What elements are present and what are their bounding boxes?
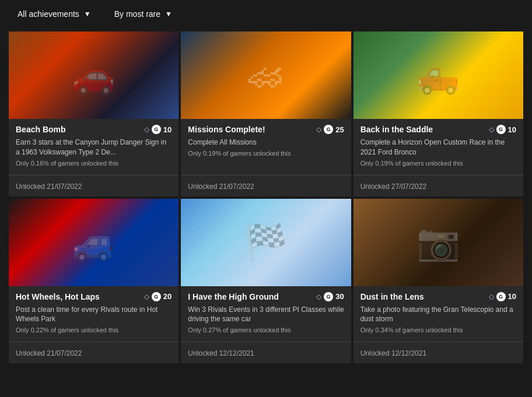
achievement-card-dust-in-lens[interactable]: 📷 Dust in the Lens ◇ G 10 Take a photo f… [354, 199, 523, 364]
gamerscore-icon-missions-complete: G [324, 125, 333, 134]
achievement-score-back-in-saddle: ◇ G 10 [489, 125, 516, 134]
achievement-card-hot-wheels-hot-laps[interactable]: 🚙 Hot Wheels, Hot Laps ◇ G 20 Post a cle… [9, 199, 178, 364]
achievement-title-back-in-saddle: Back in the Saddle [360, 125, 433, 134]
gamerscore-icon-hot-wheels-hot-laps: G [152, 292, 161, 301]
score-number-high-ground: 30 [335, 292, 344, 301]
achievement-header-back-in-saddle: Back in the Saddle ◇ G 10 [360, 125, 516, 134]
achievement-rarity-hot-wheels-hot-laps: Only 0.22% of gamers unlocked this [16, 326, 172, 333]
achievement-rarity-missions-complete: Only 0.19% of gamers unlocked this [188, 150, 344, 157]
achievement-desc-high-ground: Win 3 Rivals Events in 3 different PI Cl… [188, 305, 344, 325]
achievement-rarity-beach-bomb: Only 0.16% of gamers unlocked this [16, 160, 172, 167]
gamerscore-icon-dust-in-lens: G [496, 292, 506, 301]
score-number-hot-wheels-hot-laps: 20 [163, 292, 172, 301]
achievement-divider-beach-bomb [9, 175, 178, 175]
toolbar: All achievements ▼ By most rare ▼ [9, 6, 523, 22]
achievement-card-beach-bomb[interactable]: 🚗 Beach Bomb ◇ G 10 Earn 3 stars at the … [9, 31, 178, 196]
achievement-image-high-ground: 🏁 [181, 199, 351, 286]
achievement-score-high-ground: ◇ G 30 [316, 292, 344, 301]
score-number-back-in-saddle: 10 [508, 125, 516, 134]
achievement-title-beach-bomb: Beach Bomb [16, 125, 66, 134]
gamerscore-icon-beach-bomb: G [152, 125, 161, 134]
achievement-unlocked-beach-bomb: Unlocked 21/07/2022 [9, 179, 178, 196]
score-number-missions-complete: 25 [335, 125, 344, 134]
achievement-desc-back-in-saddle: Complete a Horizon Open Custom Race in t… [360, 138, 516, 157]
achievement-rarity-high-ground: Only 0.27% of gamers unlocked this [188, 326, 344, 333]
achievement-unlocked-back-in-saddle: Unlocked 27/07/2022 [354, 179, 523, 196]
diamond-icon-missions-complete: ◇ [316, 125, 321, 133]
achievement-card-high-ground[interactable]: 🏁 I Have the High Ground ◇ G 30 Win 3 Ri… [181, 199, 351, 364]
achievement-header-beach-bomb: Beach Bomb ◇ G 10 [16, 125, 172, 134]
score-number-beach-bomb: 10 [163, 125, 172, 134]
achievement-unlocked-high-ground: Unlocked 12/12/2021 [181, 346, 351, 363]
score-number-dust-in-lens: 10 [508, 292, 516, 301]
diamond-icon-hot-wheels-hot-laps: ◇ [144, 293, 149, 301]
achievement-body-missions-complete: Missions Complete! ◇ G 25 Complete All M… [181, 119, 351, 171]
gamerscore-icon-high-ground: G [324, 292, 333, 301]
diamond-icon-dust-in-lens: ◇ [489, 293, 494, 301]
achievement-body-beach-bomb: Beach Bomb ◇ G 10 Earn 3 stars at the Ca… [9, 119, 178, 171]
achievement-desc-beach-bomb: Earn 3 stars at the Canyon Jump Danger S… [16, 138, 172, 157]
sort-chevron-icon: ▼ [165, 10, 172, 18]
achievement-image-dust-in-lens: 📷 [354, 199, 523, 286]
achievement-title-dust-in-lens: Dust in the Lens [360, 292, 424, 301]
diamond-icon-back-in-saddle: ◇ [489, 125, 494, 133]
achievement-divider-hot-wheels-hot-laps [9, 342, 178, 342]
achievement-header-missions-complete: Missions Complete! ◇ G 25 [188, 125, 344, 134]
achievement-header-high-ground: I Have the High Ground ◇ G 30 [188, 292, 344, 301]
achievement-unlocked-dust-in-lens: Unlocked 12/12/2021 [354, 346, 523, 363]
achievement-image-icon-beach-bomb: 🚗 [9, 31, 178, 119]
achievement-unlocked-missions-complete: Unlocked 21/07/2022 [181, 179, 351, 196]
achievement-title-hot-wheels-hot-laps: Hot Wheels, Hot Laps [16, 292, 100, 301]
achievement-score-beach-bomb: ◇ G 10 [144, 125, 172, 134]
achievement-score-dust-in-lens: ◇ G 10 [489, 292, 516, 301]
filter-dropdown[interactable]: All achievements ▼ [12, 6, 97, 22]
achievement-score-missions-complete: ◇ G 25 [316, 125, 344, 134]
achievement-image-icon-missions-complete: 🏎 [181, 31, 351, 119]
achievement-unlocked-hot-wheels-hot-laps: Unlocked 21/07/2022 [9, 346, 178, 363]
achievement-image-icon-high-ground: 🏁 [181, 199, 351, 286]
achievement-card-back-in-saddle[interactable]: 🛻 Back in the Saddle ◇ G 10 Complete a H… [354, 31, 523, 196]
achievement-card-missions-complete[interactable]: 🏎 Missions Complete! ◇ G 25 Complete All… [181, 31, 351, 196]
achievement-image-icon-dust-in-lens: 📷 [354, 199, 523, 286]
achievement-title-missions-complete: Missions Complete! [188, 125, 265, 134]
achievement-divider-missions-complete [181, 175, 351, 175]
achievement-header-hot-wheels-hot-laps: Hot Wheels, Hot Laps ◇ G 20 [16, 292, 172, 301]
achievement-score-hot-wheels-hot-laps: ◇ G 20 [144, 292, 172, 301]
achievement-body-dust-in-lens: Dust in the Lens ◇ G 10 Take a photo fea… [354, 286, 523, 339]
achievement-image-hot-wheels-hot-laps: 🚙 [9, 199, 178, 286]
gamerscore-icon-back-in-saddle: G [496, 125, 506, 134]
achievement-divider-dust-in-lens [354, 342, 523, 342]
achievement-body-hot-wheels-hot-laps: Hot Wheels, Hot Laps ◇ G 20 Post a clean… [9, 286, 178, 339]
achievement-image-beach-bomb: 🚗 [9, 31, 178, 119]
achievement-image-back-in-saddle: 🛻 [354, 31, 523, 119]
achievement-body-high-ground: I Have the High Ground ◇ G 30 Win 3 Riva… [181, 286, 351, 339]
filter-chevron-icon: ▼ [84, 10, 91, 18]
achievement-rarity-back-in-saddle: Only 0.19% of gamers unlocked this [360, 160, 516, 167]
achievement-body-back-in-saddle: Back in the Saddle ◇ G 10 Complete a Hor… [354, 119, 523, 171]
achievement-header-dust-in-lens: Dust in the Lens ◇ G 10 [360, 292, 516, 301]
sort-label: By most rare [114, 9, 160, 19]
achievement-image-missions-complete: 🏎 [181, 31, 351, 119]
achievement-title-high-ground: I Have the High Ground [188, 292, 279, 301]
diamond-icon-high-ground: ◇ [316, 293, 321, 301]
achievement-image-icon-hot-wheels-hot-laps: 🚙 [9, 199, 178, 286]
achievement-desc-dust-in-lens: Take a photo featuring the Gran Telescop… [360, 305, 516, 325]
achievement-divider-back-in-saddle [354, 175, 523, 175]
achievements-grid: 🚗 Beach Bomb ◇ G 10 Earn 3 stars at the … [9, 31, 523, 363]
diamond-icon-beach-bomb: ◇ [144, 125, 149, 133]
achievement-divider-high-ground [181, 342, 351, 342]
achievement-image-icon-back-in-saddle: 🛻 [354, 31, 523, 119]
filter-label: All achievements [18, 9, 79, 19]
achievement-desc-missions-complete: Complete All Missions [188, 138, 344, 147]
sort-dropdown[interactable]: By most rare ▼ [108, 6, 178, 22]
achievement-rarity-dust-in-lens: Only 0.34% of gamers unlocked this [360, 326, 516, 333]
achievement-desc-hot-wheels-hot-laps: Post a clean time for every Rivals route… [16, 305, 172, 325]
